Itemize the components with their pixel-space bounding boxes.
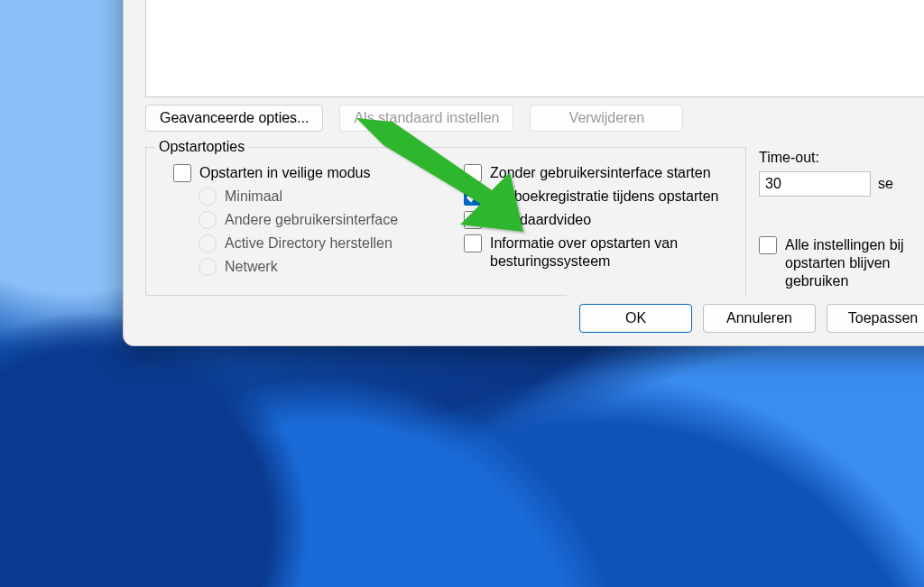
persist-settings-checkbox[interactable]: Alle instellingen bij opstarten blijven … [759,236,924,290]
boot-log-checkbox[interactable]: Logboekregistratie tijdens opstarten [464,188,736,206]
safe-boot-adrepair-radio: Active Directory herstellen [199,234,446,252]
boot-options-legend: Opstartopties [155,139,248,155]
delete-button: Verwijderen [530,105,683,132]
boot-entry-buttons: Geavanceerde opties... Als standaard ins… [145,105,924,132]
safe-boot-mode-group: Minimaal Andere gebruikersinterface Acti… [199,188,446,276]
timeout-input[interactable] [759,171,871,197]
timeout-unit: se [878,176,893,192]
apply-button[interactable]: Toepassen [827,304,924,333]
cancel-button[interactable]: Annuleren [703,304,816,333]
base-video-checkbox[interactable]: Standaardvideo [464,211,736,229]
safe-boot-minimal-radio: Minimaal [199,188,446,206]
boot-options-group: Opstartopties Opstarten in veilige modus… [145,139,746,296]
safe-boot-altshell-radio: Andere gebruikersinterface [199,211,446,229]
ok-button[interactable]: OK [579,304,692,333]
boot-entries-listbox[interactable] [145,0,924,97]
advanced-options-button[interactable]: Geavanceerde opties... [145,105,323,132]
dialog-button-row: OK Annuleren Toepassen [567,295,924,345]
msconfig-boot-window: Geavanceerde opties... Als standaard ins… [123,0,924,346]
desktop-background: Geavanceerde opties... Als standaard ins… [0,0,924,587]
no-gui-boot-checkbox[interactable]: Zonder gebruikersinterface starten [464,164,736,182]
set-default-button: Als standaard instellen [339,105,513,132]
os-boot-info-checkbox[interactable]: Informatie over opstarten van besturings… [464,234,736,271]
timeout-section: Time-out: se Alle instellingen bij opsta… [759,139,924,296]
timeout-label: Time-out: [759,150,924,166]
safe-boot-network-radio: Netwerk [199,258,446,276]
safe-boot-checkbox[interactable]: Opstarten in veilige modus [173,164,446,182]
